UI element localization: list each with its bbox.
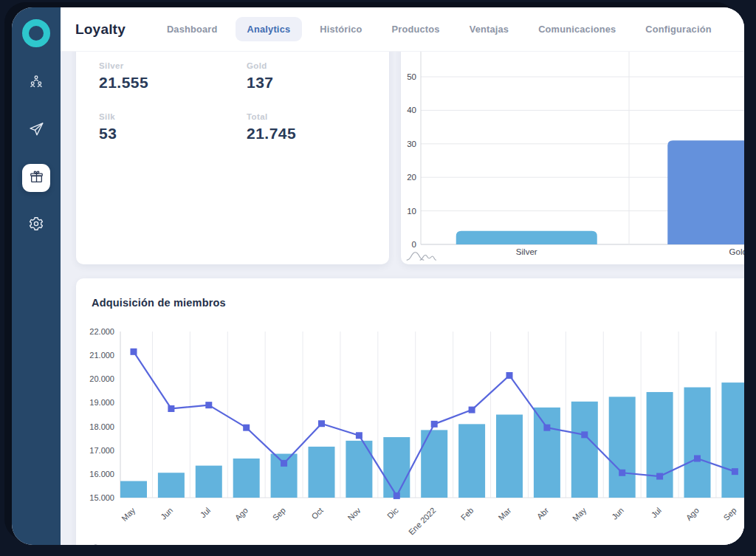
svg-text:15.000: 15.000 xyxy=(89,493,114,502)
svg-text:May: May xyxy=(571,506,588,524)
acquisition-chart-card: Adquisición de miembros 15.00016.00017.0… xyxy=(76,278,744,545)
sidebar xyxy=(12,7,61,545)
svg-text:21.000: 21.000 xyxy=(89,351,114,360)
svg-text:50: 50 xyxy=(407,72,416,81)
top-navbar: Loyalty DashboardAnalyticsHistóricoProdu… xyxy=(61,7,744,52)
membership-stats-card: Silver21.555Gold137Silk53Total21.745 xyxy=(76,52,389,264)
svg-text:22.000: 22.000 xyxy=(89,327,114,336)
tab-configuracion[interactable]: Configuración xyxy=(633,17,723,41)
tab-productos[interactable]: Productos xyxy=(380,17,452,41)
svg-text:20: 20 xyxy=(407,173,416,182)
svg-text:Feb: Feb xyxy=(459,506,475,522)
sidebar-item-settings[interactable] xyxy=(22,211,50,239)
app-logo[interactable] xyxy=(22,19,50,47)
stat-value: 21.555 xyxy=(99,74,247,92)
svg-text:Nov: Nov xyxy=(346,506,362,523)
svg-text:17.000: 17.000 xyxy=(89,446,114,455)
stat-label: Total xyxy=(247,112,389,121)
stat-item: Silver21.555 xyxy=(99,61,247,92)
tier-bar-chart: 01020304050SilverGold xyxy=(401,52,744,264)
distribution-icon xyxy=(405,250,438,264)
stats-grid: Silver21.555Gold137Silk53Total21.745 xyxy=(76,52,389,143)
stat-label: Silver xyxy=(99,61,247,70)
svg-text:Jun: Jun xyxy=(610,506,625,521)
tab-comunicaciones[interactable]: Comunicaciones xyxy=(526,17,628,41)
nav-tabs: DashboardAnalyticsHistóricoProductosVent… xyxy=(155,17,724,41)
community-icon xyxy=(28,74,44,93)
sidebar-item-send[interactable] xyxy=(22,117,50,145)
send-icon xyxy=(28,121,44,140)
svg-text:Jul: Jul xyxy=(650,506,663,519)
svg-text:30: 30 xyxy=(407,140,416,148)
tab-ventajas[interactable]: Ventajas xyxy=(458,17,521,41)
stat-value: 53 xyxy=(99,125,247,143)
brand-title: Loyalty xyxy=(75,21,126,38)
stat-item: Silk53 xyxy=(99,112,247,143)
svg-text:18.000: 18.000 xyxy=(89,422,114,431)
svg-text:10: 10 xyxy=(407,207,416,216)
settings-icon xyxy=(28,216,44,235)
svg-text:Silver: Silver xyxy=(516,247,537,256)
distribution-icon xyxy=(86,542,118,545)
stat-value: 137 xyxy=(247,74,389,92)
stat-label: Gold xyxy=(247,61,389,70)
svg-text:19.000: 19.000 xyxy=(89,398,114,407)
svg-text:0: 0 xyxy=(412,240,416,249)
tier-chart-card: 01020304050SilverGold xyxy=(401,52,744,264)
stat-item: Total21.745 xyxy=(247,112,389,143)
stat-item: Gold137 xyxy=(247,61,389,92)
svg-text:Gold: Gold xyxy=(729,247,744,256)
svg-text:Dic: Dic xyxy=(385,506,400,521)
gift-icon xyxy=(29,169,44,188)
svg-text:Sep: Sep xyxy=(271,506,287,522)
tab-dashboard[interactable]: Dashboard xyxy=(155,17,230,41)
svg-text:Abr: Abr xyxy=(535,506,551,521)
svg-text:Ago: Ago xyxy=(684,506,701,522)
acquisition-combo-chart: 15.00016.00017.00018.00019.00020.00021.0… xyxy=(76,319,744,545)
sidebar-item-gift[interactable] xyxy=(22,164,50,192)
svg-text:Jun: Jun xyxy=(159,506,174,521)
svg-text:20.000: 20.000 xyxy=(89,374,114,383)
svg-text:40: 40 xyxy=(407,106,416,114)
svg-text:Ago: Ago xyxy=(233,506,250,522)
svg-text:Mar: Mar xyxy=(497,506,513,522)
tab-historico[interactable]: Histórico xyxy=(308,17,374,41)
stat-value: 21.745 xyxy=(247,125,389,143)
svg-text:Sep: Sep xyxy=(721,506,738,522)
main-content: Silver21.555Gold137Silk53Total21.745 010… xyxy=(61,52,744,545)
acquisition-chart-title: Adquisición de miembros xyxy=(76,278,744,309)
svg-text:May: May xyxy=(120,506,137,524)
svg-text:Ene 2022: Ene 2022 xyxy=(407,506,438,537)
svg-text:Jul: Jul xyxy=(199,506,212,519)
svg-text:Oct: Oct xyxy=(309,506,325,521)
sidebar-item-community[interactable] xyxy=(22,69,50,97)
stat-label: Silk xyxy=(99,112,247,121)
sidebar-nav xyxy=(22,69,50,239)
svg-text:16.000: 16.000 xyxy=(89,470,114,478)
tab-analytics[interactable]: Analytics xyxy=(236,17,303,41)
app-window: Loyalty DashboardAnalyticsHistóricoProdu… xyxy=(12,7,744,545)
